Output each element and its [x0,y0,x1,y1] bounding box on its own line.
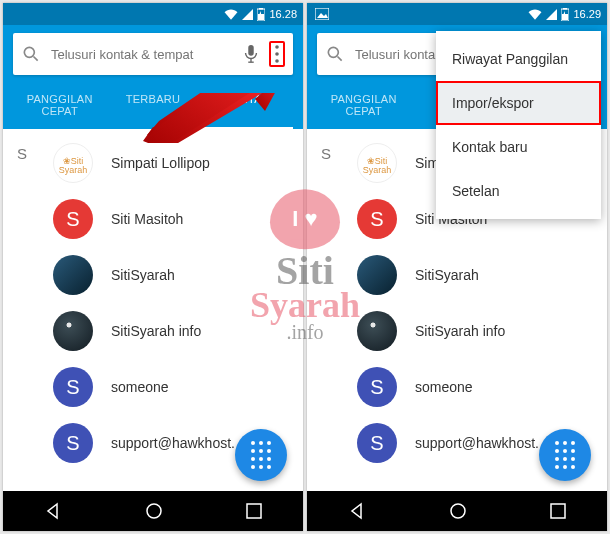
nav-bar [307,491,607,531]
nav-recents-icon[interactable] [245,502,263,520]
app-header: PANGGILAN CEPAT TERBARU KONTAK [3,25,303,129]
dialpad-fab[interactable] [235,429,287,481]
tab-contacts[interactable]: KONTAK [200,81,293,129]
contact-name: SitiSyarah info [111,323,201,339]
overflow-menu-icon[interactable] [269,41,285,67]
search-icon [21,44,41,64]
svg-line-4 [34,57,38,61]
section-index-letter: S [321,145,331,162]
svg-point-11 [147,504,161,518]
svg-rect-12 [247,504,261,518]
list-item[interactable]: SitiSyarah [307,247,607,303]
avatar: S [53,199,93,239]
status-time: 16.28 [269,8,297,20]
avatar: S [357,199,397,239]
phone-left: 16.28 PANGGILAN CEPAT TERBARU KONTAK [3,3,303,531]
contact-name: SitiSyarah info [415,323,505,339]
avatar [357,311,397,351]
avatar: S [53,423,93,463]
image-indicator-icon [315,8,329,20]
svg-point-10 [275,59,279,63]
svg-marker-18 [317,13,328,18]
list-item[interactable]: SitiSyarah [3,247,303,303]
search-icon [325,44,345,64]
avatar [53,255,93,295]
contact-name: someone [111,379,169,395]
tab-bar: PANGGILAN CEPAT TERBARU KONTAK [13,81,293,129]
list-item[interactable]: SitiSyarah info [307,303,607,359]
signal-icon [546,9,557,20]
svg-rect-25 [551,504,565,518]
svg-point-9 [275,52,279,56]
nav-home-icon[interactable] [448,501,468,521]
avatar: ❀SitiSyarah [53,143,93,183]
svg-point-8 [275,45,279,49]
nav-back-icon[interactable] [43,501,63,521]
overflow-menu: Riwayat Panggilan Impor/ekspor Kontak ba… [436,31,601,219]
list-item[interactable]: SSiti Masitoh [3,191,303,247]
contact-name: someone [415,379,473,395]
list-item[interactable]: Ssomeone [3,359,303,415]
avatar: S [53,367,93,407]
dialpad-fab[interactable] [539,429,591,481]
tab-speeddial[interactable]: PANGGILAN CEPAT [317,81,410,129]
avatar [357,255,397,295]
menu-item-settings[interactable]: Setelan [436,169,601,213]
wifi-icon [528,9,542,20]
contact-name: support@hawkhost.… [415,435,553,451]
menu-item-import-export[interactable]: Impor/ekspor [436,81,601,125]
svg-point-22 [328,47,338,57]
search-input[interactable] [51,47,233,62]
section-index-letter: S [17,145,27,162]
tab-recent[interactable]: TERBARU [106,81,199,129]
menu-item-call-history[interactable]: Riwayat Panggilan [436,37,601,81]
avatar: S [357,423,397,463]
list-item[interactable]: Ssomeone [307,359,607,415]
svg-rect-5 [248,45,253,56]
avatar: S [357,367,397,407]
svg-rect-20 [563,8,567,10]
phone-right: 16.29 PANGGILAN CEPAT S ❀SitiSyarahSimpa… [307,3,607,531]
svg-rect-1 [259,8,263,10]
nav-bar [3,491,303,531]
tab-speeddial[interactable]: PANGGILAN CEPAT [13,81,106,129]
status-bar: 16.29 [307,3,607,25]
list-item[interactable]: ❀SitiSyarahSimpati Lollipop [3,135,303,191]
status-time: 16.29 [573,8,601,20]
menu-item-new-contact[interactable]: Kontak baru [436,125,601,169]
list-item[interactable]: SitiSyarah info [3,303,303,359]
signal-icon [242,9,253,20]
battery-icon [257,8,265,21]
nav-back-icon[interactable] [347,501,367,521]
nav-home-icon[interactable] [144,501,164,521]
contact-name: Simpati Lollipop [111,155,210,171]
wifi-icon [224,9,238,20]
contact-name: support@hawkhost.… [111,435,249,451]
avatar: ❀SitiSyarah [357,143,397,183]
svg-point-24 [451,504,465,518]
contact-name: Siti Masitoh [111,211,183,227]
battery-icon [561,8,569,21]
status-bar: 16.28 [3,3,303,25]
search-bar[interactable] [13,33,293,75]
dialpad-icon [249,443,273,467]
nav-recents-icon[interactable] [549,502,567,520]
contact-name: SitiSyarah [415,267,479,283]
mic-icon[interactable] [243,44,259,64]
dialpad-icon [553,443,577,467]
contact-name: SitiSyarah [111,267,175,283]
svg-point-3 [24,47,34,57]
svg-line-23 [338,57,342,61]
avatar [53,311,93,351]
